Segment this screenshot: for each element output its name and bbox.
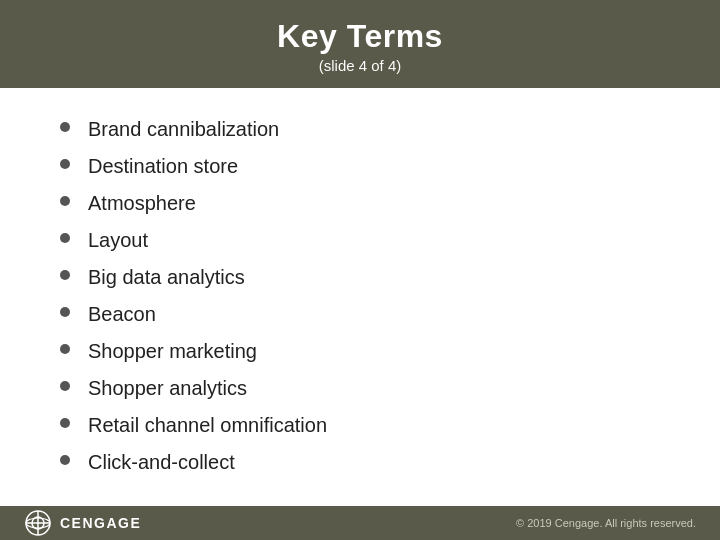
list-item: Brand cannibalization	[60, 116, 670, 143]
bullet-dot-icon	[60, 122, 70, 132]
list-item-text: Shopper marketing	[88, 338, 257, 365]
list-item: Click-and-collect	[60, 449, 670, 476]
bullet-dot-icon	[60, 307, 70, 317]
slide-header: Key Terms (slide 4 of 4)	[0, 0, 720, 88]
slide-subtitle: (slide 4 of 4)	[20, 57, 700, 74]
bullet-dot-icon	[60, 233, 70, 243]
list-item-text: Layout	[88, 227, 148, 254]
footer-copyright: © 2019 Cengage. All rights reserved.	[516, 517, 696, 529]
slide-footer: CENGAGE © 2019 Cengage. All rights reser…	[0, 506, 720, 540]
bullet-dot-icon	[60, 159, 70, 169]
slide-content: Brand cannibalizationDestination storeAt…	[0, 88, 720, 506]
list-item: Layout	[60, 227, 670, 254]
bullet-dot-icon	[60, 418, 70, 428]
key-terms-list: Brand cannibalizationDestination storeAt…	[60, 116, 670, 476]
list-item: Destination store	[60, 153, 670, 180]
list-item-text: Retail channel omnification	[88, 412, 327, 439]
bullet-dot-icon	[60, 344, 70, 354]
list-item-text: Click-and-collect	[88, 449, 235, 476]
list-item: Shopper marketing	[60, 338, 670, 365]
list-item-text: Atmosphere	[88, 190, 196, 217]
list-item: Shopper analytics	[60, 375, 670, 402]
list-item: Atmosphere	[60, 190, 670, 217]
cengage-logo-icon	[24, 509, 52, 537]
cengage-logo: CENGAGE	[24, 509, 141, 537]
list-item: Retail channel omnification	[60, 412, 670, 439]
cengage-logo-text: CENGAGE	[60, 515, 141, 531]
list-item-text: Beacon	[88, 301, 156, 328]
slide-title: Key Terms	[20, 18, 700, 55]
bullet-dot-icon	[60, 455, 70, 465]
bullet-dot-icon	[60, 381, 70, 391]
list-item-text: Destination store	[88, 153, 238, 180]
bullet-dot-icon	[60, 196, 70, 206]
bullet-dot-icon	[60, 270, 70, 280]
list-item-text: Brand cannibalization	[88, 116, 279, 143]
list-item-text: Big data analytics	[88, 264, 245, 291]
list-item: Beacon	[60, 301, 670, 328]
list-item: Big data analytics	[60, 264, 670, 291]
list-item-text: Shopper analytics	[88, 375, 247, 402]
